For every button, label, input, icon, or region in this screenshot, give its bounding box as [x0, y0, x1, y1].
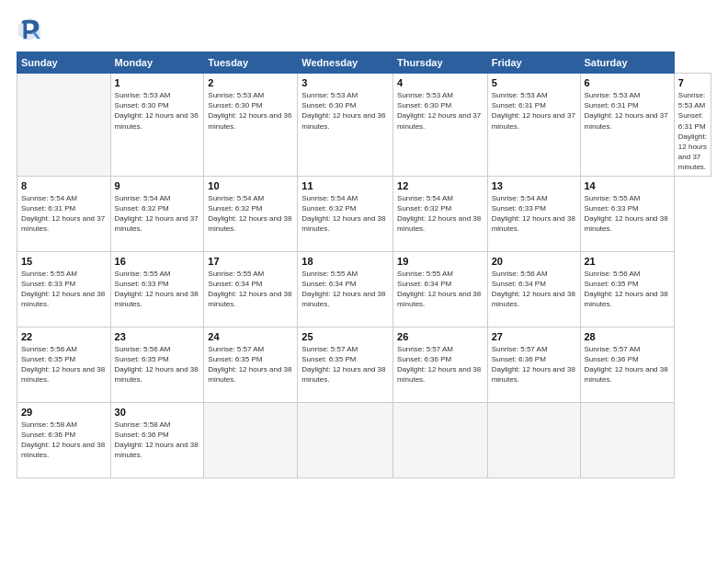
calendar-day-cell: 12Sunrise: 5:54 AMSunset: 6:32 PMDayligh… [393, 176, 488, 251]
calendar-day-cell: 10Sunrise: 5:54 AMSunset: 6:32 PMDayligh… [204, 176, 298, 251]
day-info: Sunrise: 5:57 AMSunset: 6:36 PMDaylight:… [492, 344, 576, 385]
day-info: Sunrise: 5:53 AMSunset: 6:30 PMDaylight:… [115, 90, 200, 132]
calendar-day-cell: 14Sunrise: 5:55 AMSunset: 6:33 PMDayligh… [580, 176, 674, 251]
calendar-week-row: 8Sunrise: 5:54 AMSunset: 6:31 PMDaylight… [17, 176, 711, 251]
logo [17, 17, 46, 42]
calendar-day-cell: 15Sunrise: 5:55 AMSunset: 6:33 PMDayligh… [17, 251, 111, 327]
calendar-day-cell [298, 402, 393, 477]
day-number: 27 [492, 331, 576, 342]
calendar-day-header: Thursday [393, 52, 488, 74]
day-number: 7 [678, 77, 707, 88]
day-number: 18 [301, 256, 389, 267]
day-number: 11 [301, 180, 389, 191]
calendar-day-cell: 16Sunrise: 5:55 AMSunset: 6:33 PMDayligh… [110, 251, 204, 327]
day-number: 26 [397, 331, 483, 342]
day-info: Sunrise: 5:56 AMSunset: 6:34 PMDaylight:… [492, 269, 576, 310]
day-info: Sunrise: 5:56 AMSunset: 6:35 PMDaylight:… [115, 344, 200, 385]
day-info: Sunrise: 5:55 AMSunset: 6:33 PMDaylight:… [585, 193, 670, 235]
calendar-day-cell: 8Sunrise: 5:54 AMSunset: 6:31 PMDaylight… [17, 176, 111, 251]
calendar-day-cell [487, 402, 580, 477]
calendar-week-row: 29Sunrise: 5:58 AMSunset: 6:36 PMDayligh… [17, 402, 711, 477]
calendar-day-cell: 9Sunrise: 5:54 AMSunset: 6:32 PMDaylight… [110, 176, 204, 251]
calendar-day-cell: 19Sunrise: 5:55 AMSunset: 6:34 PMDayligh… [393, 251, 488, 327]
calendar-day-cell: 1Sunrise: 5:53 AMSunset: 6:30 PMDaylight… [110, 74, 204, 177]
day-info: Sunrise: 5:53 AMSunset: 6:30 PMDaylight:… [208, 90, 293, 132]
day-number: 29 [21, 407, 107, 418]
calendar-day-cell: 27Sunrise: 5:57 AMSunset: 6:36 PMDayligh… [487, 327, 580, 402]
calendar-day-cell: 22Sunrise: 5:56 AMSunset: 6:35 PMDayligh… [17, 327, 111, 402]
calendar-day-cell: 26Sunrise: 5:57 AMSunset: 6:36 PMDayligh… [393, 327, 488, 402]
day-info: Sunrise: 5:54 AMSunset: 6:32 PMDaylight:… [301, 193, 389, 235]
day-info: Sunrise: 5:55 AMSunset: 6:34 PMDaylight:… [397, 269, 483, 310]
day-number: 3 [301, 77, 389, 88]
calendar-day-cell: 3Sunrise: 5:53 AMSunset: 6:30 PMDaylight… [298, 74, 393, 177]
day-number: 9 [115, 180, 200, 191]
day-number: 17 [208, 256, 293, 267]
calendar-week-row: 1Sunrise: 5:53 AMSunset: 6:30 PMDaylight… [17, 74, 711, 177]
day-number: 22 [21, 331, 107, 342]
day-info: Sunrise: 5:54 AMSunset: 6:31 PMDaylight:… [21, 193, 107, 235]
day-number: 10 [208, 180, 293, 191]
day-number: 21 [585, 256, 670, 267]
day-number: 25 [301, 331, 389, 342]
day-info: Sunrise: 5:58 AMSunset: 6:36 PMDaylight:… [115, 419, 200, 461]
calendar-day-cell: 28Sunrise: 5:57 AMSunset: 6:36 PMDayligh… [580, 327, 674, 402]
day-info: Sunrise: 5:57 AMSunset: 6:36 PMDaylight:… [585, 344, 670, 385]
calendar-day-cell: 21Sunrise: 5:56 AMSunset: 6:35 PMDayligh… [580, 251, 674, 327]
day-info: Sunrise: 5:57 AMSunset: 6:36 PMDaylight:… [397, 344, 483, 385]
calendar-week-row: 15Sunrise: 5:55 AMSunset: 6:33 PMDayligh… [17, 251, 711, 327]
calendar-day-cell: 5Sunrise: 5:53 AMSunset: 6:31 PMDaylight… [487, 74, 580, 177]
day-number: 13 [492, 180, 576, 191]
day-info: Sunrise: 5:53 AMSunset: 6:31 PMDaylight:… [585, 90, 670, 132]
day-info: Sunrise: 5:54 AMSunset: 6:32 PMDaylight:… [115, 193, 200, 235]
calendar-day-cell [393, 402, 488, 477]
logo-icon [17, 17, 42, 42]
day-info: Sunrise: 5:55 AMSunset: 6:33 PMDaylight:… [115, 269, 200, 310]
day-number: 6 [585, 77, 670, 88]
day-info: Sunrise: 5:58 AMSunset: 6:36 PMDaylight:… [21, 419, 107, 461]
day-number: 15 [21, 256, 107, 267]
calendar-day-header: Saturday [580, 52, 674, 74]
calendar-day-cell: 2Sunrise: 5:53 AMSunset: 6:30 PMDaylight… [204, 74, 298, 177]
day-info: Sunrise: 5:53 AMSunset: 6:31 PMDaylight:… [492, 90, 576, 132]
calendar-week-row: 22Sunrise: 5:56 AMSunset: 6:35 PMDayligh… [17, 327, 711, 402]
page: SundayMondayTuesdayWednesdayThursdayFrid… [0, 0, 728, 563]
day-number: 24 [208, 331, 293, 342]
day-number: 4 [397, 77, 483, 88]
calendar-header-row: SundayMondayTuesdayWednesdayThursdayFrid… [17, 52, 711, 74]
day-info: Sunrise: 5:54 AMSunset: 6:32 PMDaylight:… [208, 193, 293, 235]
day-number: 1 [115, 77, 200, 88]
day-number: 2 [208, 77, 293, 88]
calendar-table: SundayMondayTuesdayWednesdayThursdayFrid… [17, 52, 711, 478]
calendar-day-cell: 23Sunrise: 5:56 AMSunset: 6:35 PMDayligh… [110, 327, 204, 402]
calendar-day-header: Monday [110, 52, 204, 74]
calendar-day-cell [204, 402, 298, 477]
day-info: Sunrise: 5:56 AMSunset: 6:35 PMDaylight:… [585, 269, 670, 310]
calendar-day-header: Friday [487, 52, 580, 74]
day-info: Sunrise: 5:53 AMSunset: 6:31 PMDaylight:… [678, 90, 707, 173]
day-number: 8 [21, 180, 107, 191]
day-number: 16 [115, 256, 200, 267]
calendar-day-cell: 7Sunrise: 5:53 AMSunset: 6:31 PMDaylight… [674, 74, 711, 177]
day-info: Sunrise: 5:57 AMSunset: 6:35 PMDaylight:… [301, 344, 389, 385]
day-info: Sunrise: 5:55 AMSunset: 6:34 PMDaylight:… [208, 269, 293, 310]
day-number: 30 [115, 407, 200, 418]
day-info: Sunrise: 5:54 AMSunset: 6:33 PMDaylight:… [492, 193, 576, 235]
calendar-day-cell: 24Sunrise: 5:57 AMSunset: 6:35 PMDayligh… [204, 327, 298, 402]
calendar-day-cell: 25Sunrise: 5:57 AMSunset: 6:35 PMDayligh… [298, 327, 393, 402]
day-info: Sunrise: 5:54 AMSunset: 6:32 PMDaylight:… [397, 193, 483, 235]
calendar-day-header: Tuesday [204, 52, 298, 74]
day-number: 20 [492, 256, 576, 267]
day-number: 28 [585, 331, 670, 342]
header [17, 17, 711, 42]
calendar-day-cell: 29Sunrise: 5:58 AMSunset: 6:36 PMDayligh… [17, 402, 111, 477]
day-info: Sunrise: 5:55 AMSunset: 6:34 PMDaylight:… [301, 269, 389, 310]
calendar-day-cell: 17Sunrise: 5:55 AMSunset: 6:34 PMDayligh… [204, 251, 298, 327]
day-number: 23 [115, 331, 200, 342]
calendar-day-cell: 13Sunrise: 5:54 AMSunset: 6:33 PMDayligh… [487, 176, 580, 251]
day-info: Sunrise: 5:55 AMSunset: 6:33 PMDaylight:… [21, 269, 107, 310]
day-info: Sunrise: 5:53 AMSunset: 6:30 PMDaylight:… [397, 90, 483, 132]
calendar-empty-cell [17, 74, 111, 177]
calendar-day-cell: 6Sunrise: 5:53 AMSunset: 6:31 PMDaylight… [580, 74, 674, 177]
calendar-day-header: Wednesday [298, 52, 393, 74]
